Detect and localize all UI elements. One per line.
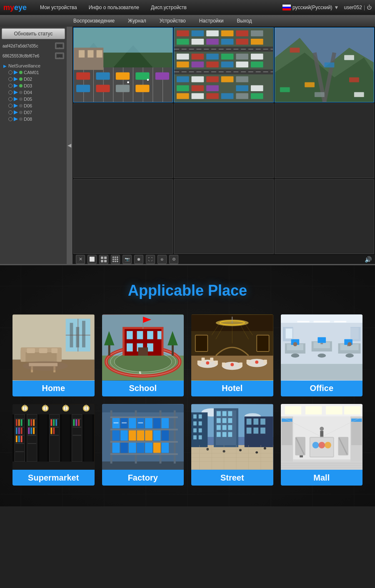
place-card-home[interactable]: Home [12, 314, 95, 396]
svg-rect-294 [120, 443, 128, 453]
camera-item-d06[interactable]: D06 [0, 102, 67, 109]
nav-settings[interactable]: Настройки [192, 15, 230, 27]
place-card-supermarket[interactable]: Supermarket [12, 404, 95, 486]
svg-rect-74 [236, 85, 249, 91]
cam-label-d02: D02 [24, 77, 32, 82]
place-card-street[interactable]: Street [191, 404, 273, 486]
applicable-section: Applicable Place [0, 265, 375, 506]
svg-rect-239 [28, 419, 36, 419]
snapshot-button[interactable]: 📷 [122, 255, 132, 264]
status-d07 [19, 111, 22, 114]
camera-item-d05[interactable]: D05 [0, 96, 67, 102]
svg-point-200 [293, 342, 297, 346]
svg-rect-173 [264, 360, 267, 364]
place-label-office: Office [281, 381, 363, 396]
update-status-button[interactable]: Обновить статус [2, 28, 65, 39]
svg-rect-362 [344, 406, 360, 414]
nav-playback[interactable]: Воспроизведение [67, 15, 121, 27]
layout-3x3-button[interactable] [111, 255, 120, 264]
stop-button[interactable]: ✕ [76, 255, 85, 264]
radio-cam01[interactable] [8, 70, 12, 75]
tree-root[interactable]: ▶ NetSurveillance [0, 62, 67, 69]
device-item-2[interactable]: 68625553fc8bf67e6 [0, 51, 67, 61]
place-card-hotel[interactable]: Hotel [191, 314, 273, 396]
top-nav: myeye Мои устройства Инфо о пользователе… [0, 0, 375, 15]
video-cell-4[interactable] [73, 103, 173, 178]
svg-rect-85 [290, 47, 300, 52]
video-cell-9[interactable] [275, 179, 374, 254]
video-cell-1[interactable] [73, 27, 173, 102]
video-cell-2[interactable] [174, 27, 273, 102]
sidebar-collapse-handle[interactable]: ◀ [67, 27, 72, 264]
video-cell-5[interactable] [174, 103, 273, 178]
user-info: user052 | ⏻ [344, 5, 372, 10]
fullscreen-button[interactable]: ⛶ [146, 255, 155, 264]
svg-rect-241 [28, 435, 36, 436]
svg-rect-300 [113, 422, 118, 423]
svg-rect-42 [236, 30, 249, 36]
svg-rect-89 [349, 77, 359, 82]
settings-button[interactable]: ⚙ [169, 255, 178, 264]
svg-rect-143 [147, 343, 153, 351]
svg-rect-328 [217, 432, 221, 437]
video-cell-8[interactable] [174, 179, 273, 254]
svg-rect-261 [72, 419, 81, 419]
svg-rect-262 [72, 426, 81, 427]
place-card-factory[interactable]: Factory [102, 404, 184, 486]
fullscreen-icon: ⛶ [148, 257, 152, 262]
radio-d03[interactable] [8, 84, 12, 88]
camera-item-d07[interactable]: D07 [0, 109, 67, 116]
video-cell-3[interactable] [275, 27, 374, 102]
nav-my-devices[interactable]: Мои устройства [35, 3, 82, 12]
camera-tree: ▶ NetSurveillance CAM01 D02 [0, 61, 67, 264]
camera-item-d04[interactable]: D04 [0, 89, 67, 96]
svg-rect-290 [145, 430, 152, 441]
video-cell-6[interactable] [275, 103, 374, 178]
radio-d04[interactable] [8, 90, 12, 95]
nav-user-info[interactable]: Инфо о пользователе [84, 3, 144, 12]
radio-d08[interactable] [8, 117, 12, 121]
settings-icon: ⚙ [172, 257, 176, 262]
svg-rect-165 [215, 361, 218, 365]
radio-d02[interactable] [8, 77, 12, 81]
language-selector[interactable]: русский(Русский) ▼ [282, 5, 339, 10]
device-item-1[interactable]: aaf42d7a5dd7d35c [0, 41, 67, 51]
radio-d07[interactable] [8, 110, 12, 115]
camera-item-d02[interactable]: D02 [0, 76, 67, 82]
volume-icon[interactable]: 🔊 [365, 256, 372, 263]
camera-item-d08[interactable]: D08 [0, 116, 67, 122]
svg-rect-90 [280, 87, 290, 92]
second-nav: Воспроизведение Журнал Устройство Настро… [0, 15, 375, 27]
nav-exit[interactable]: Выход [230, 15, 258, 27]
camera-item-cam01[interactable]: CAM01 [0, 69, 67, 76]
place-card-school[interactable]: 5 [102, 314, 184, 396]
svg-rect-102 [117, 259, 118, 260]
layout-1x1-button[interactable]: ⬜ [88, 255, 97, 264]
svg-rect-120 [27, 348, 35, 353]
camera-item-d03[interactable]: D03 [0, 82, 67, 89]
svg-rect-29 [135, 85, 149, 92]
svg-rect-320 [222, 411, 227, 416]
svg-rect-172 [247, 360, 250, 364]
svg-point-176 [255, 361, 258, 364]
place-card-mall[interactable]: Mall [281, 404, 363, 486]
radio-d05[interactable] [8, 97, 12, 101]
cam-label-d04: D04 [24, 90, 32, 95]
nav-devices[interactable]: Устройство [153, 15, 192, 27]
svg-rect-228 [15, 451, 24, 452]
video-cell-7[interactable] [73, 179, 173, 254]
radio-d06[interactable] [8, 104, 12, 108]
logout-icon[interactable]: ⏻ [367, 5, 372, 10]
svg-rect-192 [320, 343, 323, 344]
place-card-office[interactable]: Office [281, 314, 363, 396]
svg-rect-22 [96, 72, 110, 80]
svg-rect-295 [128, 443, 136, 453]
layout-2x2-button[interactable] [99, 255, 108, 264]
svg-rect-289 [137, 430, 144, 441]
ptz-button[interactable]: ⊕ [158, 255, 167, 264]
nav-journal[interactable]: Журнал [121, 15, 153, 27]
svg-rect-206 [350, 328, 359, 339]
record-button[interactable]: ⏺ [134, 255, 143, 264]
svg-rect-327 [228, 425, 232, 430]
nav-device-manage[interactable]: Дисп.устройств [146, 3, 192, 12]
